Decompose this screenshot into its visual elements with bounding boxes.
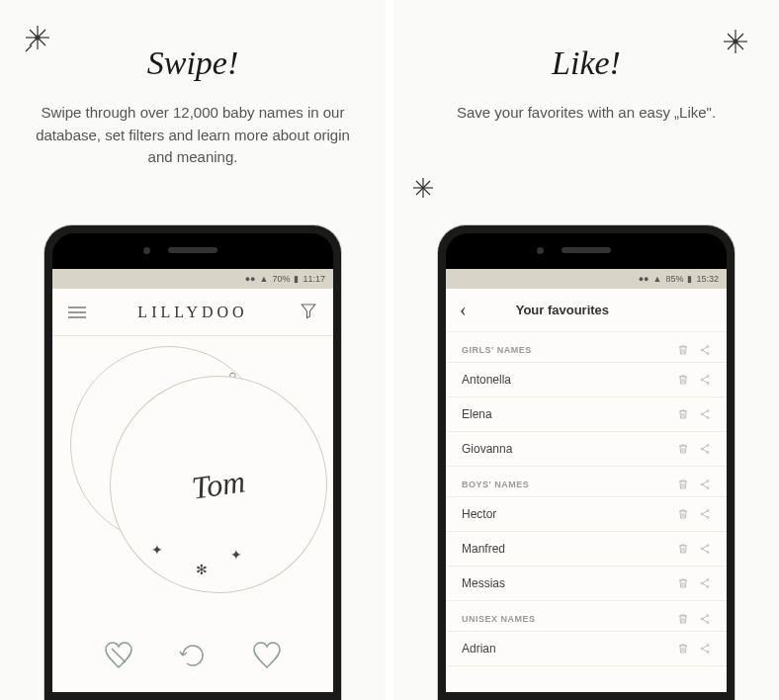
list-item[interactable]: Adrian xyxy=(446,632,727,666)
trash-icon[interactable] xyxy=(677,479,689,490)
svg-point-27 xyxy=(707,417,709,419)
app-header: LILLYDOO xyxy=(52,289,333,336)
share-icon[interactable] xyxy=(699,374,711,386)
svg-point-57 xyxy=(707,622,709,624)
sparkle-icon xyxy=(18,18,57,61)
sparkle-icon xyxy=(716,22,755,65)
svg-point-10 xyxy=(734,40,737,44)
filter-icon[interactable] xyxy=(300,302,317,323)
sparkle-icon xyxy=(403,168,443,212)
svg-point-61 xyxy=(701,648,703,650)
sparkle-icon: ✦ xyxy=(151,542,163,559)
svg-line-24 xyxy=(703,381,707,384)
app-title: LILLYDOO xyxy=(137,304,247,321)
svg-point-50 xyxy=(707,579,709,581)
svg-point-15 xyxy=(707,346,709,348)
list-item[interactable]: Messias xyxy=(446,567,727,601)
list-item[interactable]: Antonella xyxy=(446,363,727,397)
panel-like: Like! Save your favorites with an easy „… xyxy=(393,0,779,700)
svg-point-56 xyxy=(701,618,703,620)
svg-point-25 xyxy=(707,410,709,412)
svg-line-58 xyxy=(703,616,707,619)
svg-line-54 xyxy=(703,584,707,587)
svg-point-32 xyxy=(707,452,709,454)
svg-line-43 xyxy=(703,511,707,514)
trash-icon[interactable] xyxy=(677,543,689,555)
svg-line-59 xyxy=(703,620,707,623)
svg-point-60 xyxy=(707,645,709,647)
status-bar: ●●▲70%▮11:17 xyxy=(52,269,333,289)
trash-icon[interactable] xyxy=(677,374,689,386)
share-icon[interactable] xyxy=(699,344,711,356)
trash-icon[interactable] xyxy=(677,613,689,625)
svg-line-23 xyxy=(703,377,707,380)
svg-point-47 xyxy=(707,552,709,554)
name-text: Tom xyxy=(190,463,248,506)
panel-swipe: Swipe! Swipe through over 12,000 baby na… xyxy=(0,0,386,700)
dislike-button[interactable] xyxy=(103,640,134,675)
svg-point-17 xyxy=(707,353,709,355)
svg-point-26 xyxy=(701,413,703,415)
list-item[interactable]: Elena xyxy=(446,397,727,432)
share-icon[interactable] xyxy=(699,443,711,455)
svg-line-5 xyxy=(26,45,32,51)
list-section-header: GIRLS' NAMES xyxy=(446,332,727,363)
favorites-list[interactable]: GIRLS' NAMESAntonellaElenaGiovannaBOYS' … xyxy=(446,332,727,692)
panel-title: Like! xyxy=(408,44,764,82)
share-icon[interactable] xyxy=(699,577,711,589)
trash-icon[interactable] xyxy=(677,577,689,589)
sparkle-icon: ✻ xyxy=(196,562,208,578)
svg-point-62 xyxy=(707,652,709,654)
svg-point-22 xyxy=(707,383,709,385)
svg-line-18 xyxy=(703,347,707,350)
trash-icon[interactable] xyxy=(677,508,689,520)
svg-point-20 xyxy=(707,376,709,378)
svg-line-19 xyxy=(703,351,707,354)
list-section-header: BOYS' NAMES xyxy=(446,467,727,497)
svg-point-52 xyxy=(707,586,709,588)
swipe-area[interactable]: ♀ Tom ✦ ✻ ✦ xyxy=(52,336,333,633)
share-icon[interactable] xyxy=(699,508,711,520)
svg-point-42 xyxy=(707,517,709,519)
back-icon[interactable]: ‹ xyxy=(460,299,467,321)
trash-icon[interactable] xyxy=(677,643,689,655)
share-icon[interactable] xyxy=(699,613,711,625)
phone-mockup: ●●▲70%▮11:17 LILLYDOO ♀ xyxy=(44,225,341,700)
svg-point-30 xyxy=(707,445,709,447)
panel-subtitle: Save your favorites with an easy „Like". xyxy=(408,102,764,125)
undo-button[interactable] xyxy=(177,640,209,675)
phone-mockup: ●●▲85%▮15:32 ‹ Your favourites GIRLS' NA… xyxy=(438,225,735,700)
svg-line-39 xyxy=(703,485,707,488)
trash-icon[interactable] xyxy=(677,344,689,356)
menu-icon[interactable] xyxy=(68,306,86,318)
share-icon[interactable] xyxy=(699,543,711,555)
svg-line-33 xyxy=(703,446,707,449)
svg-point-40 xyxy=(707,510,709,512)
like-button[interactable] xyxy=(251,640,283,675)
svg-line-34 xyxy=(703,450,707,453)
trash-icon[interactable] xyxy=(677,408,689,420)
share-icon[interactable] xyxy=(699,479,711,490)
svg-line-64 xyxy=(703,650,707,653)
svg-point-41 xyxy=(701,513,703,515)
svg-point-51 xyxy=(701,582,703,584)
svg-line-63 xyxy=(703,646,707,649)
list-item[interactable]: Hector xyxy=(446,497,727,532)
svg-point-35 xyxy=(707,481,709,482)
svg-point-36 xyxy=(701,483,703,485)
list-item[interactable]: Manfred xyxy=(446,532,727,567)
share-icon[interactable] xyxy=(699,643,711,655)
panel-subtitle: Swipe through over 12,000 baby names in … xyxy=(15,102,371,169)
share-icon[interactable] xyxy=(699,408,711,420)
screen-title: Your favourites xyxy=(516,303,609,317)
svg-line-49 xyxy=(703,550,707,553)
list-item[interactable]: Giovanna xyxy=(446,432,727,467)
svg-line-53 xyxy=(703,580,707,583)
svg-point-45 xyxy=(707,545,709,547)
trash-icon[interactable] xyxy=(677,443,689,455)
svg-line-38 xyxy=(703,481,707,484)
svg-point-21 xyxy=(701,379,703,381)
favorites-header: ‹ Your favourites xyxy=(446,289,727,332)
svg-point-4 xyxy=(36,36,40,40)
panel-title: Swipe! xyxy=(15,44,371,82)
